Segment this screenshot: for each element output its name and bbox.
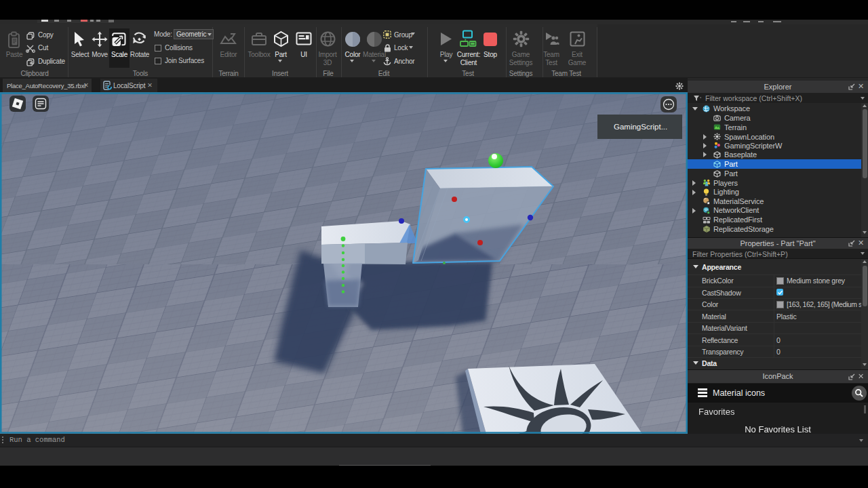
svg-text:GamingScript...: GamingScript... [614, 123, 667, 131]
